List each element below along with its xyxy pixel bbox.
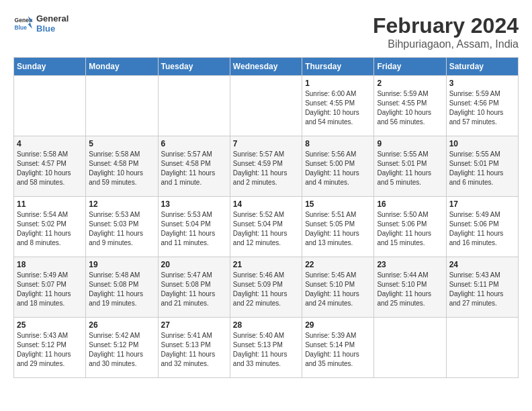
day-detail: Sunrise: 5:53 AMSunset: 5:04 PMDaylight:… xyxy=(161,210,227,248)
day-detail: Sunrise: 5:47 AMSunset: 5:08 PMDaylight:… xyxy=(161,271,227,308)
calendar-cell: 6Sunrise: 5:57 AMSunset: 4:58 PMDaylight… xyxy=(158,136,230,197)
calendar-cell: 1Sunrise: 6:00 AMSunset: 4:55 PMDaylight… xyxy=(302,76,374,136)
day-number: 22 xyxy=(305,260,371,269)
calendar-cell xyxy=(86,76,158,136)
calendar-cell: 23Sunrise: 5:44 AMSunset: 5:10 PMDayligh… xyxy=(374,257,446,318)
logo-text-line1: General xyxy=(36,13,69,24)
sub-title: Bihpuriagaon, Assam, India xyxy=(373,38,519,50)
calendar-cell: 15Sunrise: 5:51 AMSunset: 5:05 PMDayligh… xyxy=(302,197,374,257)
logo: General Blue General Blue xyxy=(13,13,69,34)
day-number: 12 xyxy=(89,199,154,209)
day-detail: Sunrise: 5:55 AMSunset: 5:01 PMDaylight:… xyxy=(449,150,515,187)
logo-icon: General Blue xyxy=(13,14,32,33)
day-number: 27 xyxy=(161,320,227,330)
calendar-cell: 20Sunrise: 5:47 AMSunset: 5:08 PMDayligh… xyxy=(158,257,230,318)
day-number: 14 xyxy=(233,199,299,209)
day-number: 29 xyxy=(305,320,371,330)
calendar-cell xyxy=(158,76,230,136)
calendar-cell xyxy=(230,76,302,136)
day-number: 13 xyxy=(161,199,227,209)
calendar-cell: 12Sunrise: 5:53 AMSunset: 5:03 PMDayligh… xyxy=(86,197,158,257)
calendar-cell: 14Sunrise: 5:52 AMSunset: 5:04 PMDayligh… xyxy=(230,197,302,257)
calendar-cell: 26Sunrise: 5:42 AMSunset: 5:12 PMDayligh… xyxy=(86,318,158,378)
day-detail: Sunrise: 5:58 AMSunset: 4:58 PMDaylight:… xyxy=(89,150,154,187)
day-number: 10 xyxy=(449,139,515,148)
day-detail: Sunrise: 5:54 AMSunset: 5:02 PMDaylight:… xyxy=(17,210,83,248)
page-header: General Blue General Blue February 2024 … xyxy=(13,13,519,50)
day-detail: Sunrise: 5:53 AMSunset: 5:03 PMDaylight:… xyxy=(89,210,154,248)
day-number: 28 xyxy=(233,320,299,330)
day-number: 1 xyxy=(305,79,371,88)
day-number: 19 xyxy=(89,260,154,269)
day-detail: Sunrise: 5:58 AMSunset: 4:57 PMDaylight:… xyxy=(17,150,83,187)
day-detail: Sunrise: 5:43 AMSunset: 5:11 PMDaylight:… xyxy=(449,271,515,308)
svg-text:Blue: Blue xyxy=(15,24,28,31)
calendar-cell: 13Sunrise: 5:53 AMSunset: 5:04 PMDayligh… xyxy=(158,197,230,257)
day-number: 7 xyxy=(233,139,299,148)
calendar-cell: 2Sunrise: 5:59 AMSunset: 4:55 PMDaylight… xyxy=(374,76,446,136)
day-detail: Sunrise: 5:52 AMSunset: 5:04 PMDaylight:… xyxy=(233,210,299,248)
calendar-cell: 8Sunrise: 5:56 AMSunset: 5:00 PMDaylight… xyxy=(302,136,374,197)
calendar-cell: 11Sunrise: 5:54 AMSunset: 5:02 PMDayligh… xyxy=(14,197,86,257)
calendar-cell: 9Sunrise: 5:55 AMSunset: 5:01 PMDaylight… xyxy=(374,136,446,197)
calendar-cell xyxy=(446,318,518,378)
main-title: February 2024 xyxy=(373,13,519,38)
day-number: 23 xyxy=(377,260,443,269)
day-detail: Sunrise: 5:50 AMSunset: 5:06 PMDaylight:… xyxy=(377,210,443,248)
day-number: 6 xyxy=(161,139,227,148)
calendar-table: SundayMondayTuesdayWednesdayThursdayFrid… xyxy=(13,57,519,378)
calendar-cell: 22Sunrise: 5:45 AMSunset: 5:10 PMDayligh… xyxy=(302,257,374,318)
calendar-cell: 24Sunrise: 5:43 AMSunset: 5:11 PMDayligh… xyxy=(446,257,518,318)
day-detail: Sunrise: 5:59 AMSunset: 4:56 PMDaylight:… xyxy=(449,89,515,127)
day-detail: Sunrise: 5:45 AMSunset: 5:10 PMDaylight:… xyxy=(305,271,371,308)
day-detail: Sunrise: 6:00 AMSunset: 4:55 PMDaylight:… xyxy=(305,89,371,127)
calendar-cell: 5Sunrise: 5:58 AMSunset: 4:58 PMDaylight… xyxy=(86,136,158,197)
day-number: 4 xyxy=(17,139,83,148)
day-detail: Sunrise: 5:49 AMSunset: 5:06 PMDaylight:… xyxy=(449,210,515,248)
day-number: 9 xyxy=(377,139,443,148)
day-number: 2 xyxy=(377,79,443,88)
calendar-cell: 10Sunrise: 5:55 AMSunset: 5:01 PMDayligh… xyxy=(446,136,518,197)
logo-text-line2: Blue xyxy=(36,24,69,34)
day-number: 15 xyxy=(305,199,371,209)
week-row-4: 18Sunrise: 5:49 AMSunset: 5:07 PMDayligh… xyxy=(14,257,519,318)
column-header-thursday: Thursday xyxy=(302,58,374,76)
column-header-monday: Monday xyxy=(86,58,158,76)
column-header-friday: Friday xyxy=(374,58,446,76)
day-number: 25 xyxy=(17,320,83,330)
day-detail: Sunrise: 5:48 AMSunset: 5:08 PMDaylight:… xyxy=(89,271,154,308)
day-number: 8 xyxy=(305,139,371,148)
column-header-sunday: Sunday xyxy=(14,58,86,76)
calendar-cell: 4Sunrise: 5:58 AMSunset: 4:57 PMDaylight… xyxy=(14,136,86,197)
day-number: 20 xyxy=(161,260,227,269)
day-number: 26 xyxy=(89,320,154,330)
day-detail: Sunrise: 5:44 AMSunset: 5:10 PMDaylight:… xyxy=(377,271,443,308)
title-block: February 2024 Bihpuriagaon, Assam, India xyxy=(373,13,519,50)
calendar-cell: 29Sunrise: 5:39 AMSunset: 5:14 PMDayligh… xyxy=(302,318,374,378)
day-detail: Sunrise: 5:49 AMSunset: 5:07 PMDaylight:… xyxy=(17,271,83,308)
day-detail: Sunrise: 5:56 AMSunset: 5:00 PMDaylight:… xyxy=(305,150,371,187)
day-detail: Sunrise: 5:40 AMSunset: 5:13 PMDaylight:… xyxy=(233,331,299,369)
day-number: 3 xyxy=(449,79,515,88)
week-row-1: 1Sunrise: 6:00 AMSunset: 4:55 PMDaylight… xyxy=(14,76,519,136)
column-header-wednesday: Wednesday xyxy=(230,58,302,76)
day-detail: Sunrise: 5:55 AMSunset: 5:01 PMDaylight:… xyxy=(377,150,443,187)
calendar-cell: 28Sunrise: 5:40 AMSunset: 5:13 PMDayligh… xyxy=(230,318,302,378)
week-row-5: 25Sunrise: 5:43 AMSunset: 5:12 PMDayligh… xyxy=(14,318,519,378)
day-number: 11 xyxy=(17,199,83,209)
week-row-2: 4Sunrise: 5:58 AMSunset: 4:57 PMDaylight… xyxy=(14,136,519,197)
day-number: 17 xyxy=(449,199,515,209)
calendar-cell: 3Sunrise: 5:59 AMSunset: 4:56 PMDaylight… xyxy=(446,76,518,136)
day-detail: Sunrise: 5:59 AMSunset: 4:55 PMDaylight:… xyxy=(377,89,443,127)
day-detail: Sunrise: 5:51 AMSunset: 5:05 PMDaylight:… xyxy=(305,210,371,248)
calendar-cell: 18Sunrise: 5:49 AMSunset: 5:07 PMDayligh… xyxy=(14,257,86,318)
day-number: 16 xyxy=(377,199,443,209)
day-number: 18 xyxy=(17,260,83,269)
calendar-cell: 25Sunrise: 5:43 AMSunset: 5:12 PMDayligh… xyxy=(14,318,86,378)
day-detail: Sunrise: 5:46 AMSunset: 5:09 PMDaylight:… xyxy=(233,271,299,308)
calendar-body: 1Sunrise: 6:00 AMSunset: 4:55 PMDaylight… xyxy=(14,76,519,378)
calendar-cell: 7Sunrise: 5:57 AMSunset: 4:59 PMDaylight… xyxy=(230,136,302,197)
calendar-cell: 19Sunrise: 5:48 AMSunset: 5:08 PMDayligh… xyxy=(86,257,158,318)
calendar-cell: 27Sunrise: 5:41 AMSunset: 5:13 PMDayligh… xyxy=(158,318,230,378)
calendar-cell: 16Sunrise: 5:50 AMSunset: 5:06 PMDayligh… xyxy=(374,197,446,257)
